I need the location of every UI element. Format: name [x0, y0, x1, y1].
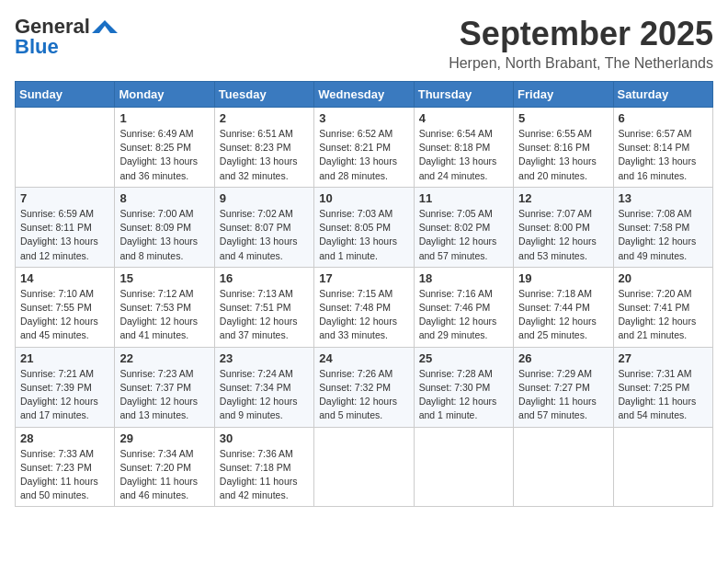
- cell-content: Sunrise: 7:08 AM Sunset: 7:58 PM Dayligh…: [619, 207, 708, 263]
- calendar-cell: 25Sunrise: 7:28 AM Sunset: 7:30 PM Dayli…: [414, 347, 513, 427]
- calendar-table: Sunday Monday Tuesday Wednesday Thursday…: [15, 81, 713, 507]
- svg-marker-0: [92, 20, 118, 33]
- week-row-4: 21Sunrise: 7:21 AM Sunset: 7:39 PM Dayli…: [16, 347, 713, 427]
- calendar-cell: 5Sunrise: 6:55 AM Sunset: 8:16 PM Daylig…: [514, 108, 613, 188]
- cell-content: Sunrise: 7:28 AM Sunset: 7:30 PM Dayligh…: [419, 367, 508, 423]
- day-number: 10: [319, 191, 408, 205]
- week-row-1: 1Sunrise: 6:49 AM Sunset: 8:25 PM Daylig…: [16, 108, 713, 188]
- week-row-2: 7Sunrise: 6:59 AM Sunset: 8:11 PM Daylig…: [16, 187, 713, 267]
- day-number: 15: [119, 271, 209, 285]
- calendar-cell: 14Sunrise: 7:10 AM Sunset: 7:55 PM Dayli…: [16, 267, 115, 347]
- cell-content: Sunrise: 7:31 AM Sunset: 7:25 PM Dayligh…: [619, 367, 708, 423]
- day-number: 27: [619, 351, 708, 365]
- week-row-3: 14Sunrise: 7:10 AM Sunset: 7:55 PM Dayli…: [16, 267, 713, 347]
- cell-content: Sunrise: 6:57 AM Sunset: 8:14 PM Dayligh…: [619, 127, 708, 183]
- cell-content: Sunrise: 7:05 AM Sunset: 8:02 PM Dayligh…: [419, 207, 508, 263]
- day-number: 14: [20, 271, 109, 285]
- cell-content: Sunrise: 7:29 AM Sunset: 7:27 PM Dayligh…: [518, 367, 608, 423]
- calendar-cell: 24Sunrise: 7:26 AM Sunset: 7:32 PM Dayli…: [314, 347, 414, 427]
- cell-content: Sunrise: 7:13 AM Sunset: 7:51 PM Dayligh…: [220, 287, 309, 343]
- calendar-cell: 30Sunrise: 7:36 AM Sunset: 7:18 PM Dayli…: [214, 427, 313, 507]
- cell-content: Sunrise: 7:20 AM Sunset: 7:41 PM Dayligh…: [619, 287, 708, 343]
- calendar-cell: 15Sunrise: 7:12 AM Sunset: 7:53 PM Dayli…: [115, 267, 214, 347]
- cell-content: Sunrise: 7:21 AM Sunset: 7:39 PM Dayligh…: [20, 367, 109, 423]
- day-number: 12: [518, 191, 608, 205]
- cell-content: Sunrise: 7:34 AM Sunset: 7:20 PM Dayligh…: [119, 447, 209, 503]
- calendar-cell: 23Sunrise: 7:24 AM Sunset: 7:34 PM Dayli…: [214, 347, 313, 427]
- calendar-cell: 6Sunrise: 6:57 AM Sunset: 8:14 PM Daylig…: [613, 108, 712, 188]
- logo-icon: [92, 20, 118, 35]
- calendar-cell: 19Sunrise: 7:18 AM Sunset: 7:44 PM Dayli…: [514, 267, 613, 347]
- cell-content: Sunrise: 7:16 AM Sunset: 7:46 PM Dayligh…: [419, 287, 508, 343]
- logo: General Blue: [15, 15, 118, 59]
- calendar-cell: 29Sunrise: 7:34 AM Sunset: 7:20 PM Dayli…: [115, 427, 214, 507]
- calendar-cell: 13Sunrise: 7:08 AM Sunset: 7:58 PM Dayli…: [613, 187, 712, 267]
- calendar-cell: 27Sunrise: 7:31 AM Sunset: 7:25 PM Dayli…: [613, 347, 712, 427]
- day-number: 25: [419, 351, 508, 365]
- calendar-cell: 9Sunrise: 7:02 AM Sunset: 8:07 PM Daylig…: [214, 187, 313, 267]
- day-number: 18: [419, 271, 508, 285]
- cell-content: Sunrise: 6:59 AM Sunset: 8:11 PM Dayligh…: [20, 207, 109, 263]
- cell-content: Sunrise: 7:33 AM Sunset: 7:23 PM Dayligh…: [20, 447, 109, 503]
- calendar-cell: 11Sunrise: 7:05 AM Sunset: 8:02 PM Dayli…: [414, 187, 513, 267]
- col-thursday: Thursday: [414, 82, 513, 108]
- calendar-cell: 26Sunrise: 7:29 AM Sunset: 7:27 PM Dayli…: [514, 347, 613, 427]
- calendar-cell: 3Sunrise: 6:52 AM Sunset: 8:21 PM Daylig…: [314, 108, 414, 188]
- day-number: 19: [518, 271, 608, 285]
- calendar-cell: 1Sunrise: 6:49 AM Sunset: 8:25 PM Daylig…: [115, 108, 214, 188]
- cell-content: Sunrise: 6:54 AM Sunset: 8:18 PM Dayligh…: [419, 127, 508, 183]
- cell-content: Sunrise: 6:52 AM Sunset: 8:21 PM Dayligh…: [319, 127, 408, 183]
- week-row-5: 28Sunrise: 7:33 AM Sunset: 7:23 PM Dayli…: [16, 427, 713, 507]
- calendar-cell: 20Sunrise: 7:20 AM Sunset: 7:41 PM Dayli…: [613, 267, 712, 347]
- day-number: 7: [20, 191, 109, 205]
- cell-content: Sunrise: 7:23 AM Sunset: 7:37 PM Dayligh…: [119, 367, 209, 423]
- day-number: 24: [319, 351, 408, 365]
- page-header: General Blue September 2025 Herpen, Nort…: [15, 15, 713, 72]
- calendar-cell: 17Sunrise: 7:15 AM Sunset: 7:48 PM Dayli…: [314, 267, 414, 347]
- calendar-cell: 2Sunrise: 6:51 AM Sunset: 8:23 PM Daylig…: [214, 108, 313, 188]
- calendar-cell: [514, 427, 613, 507]
- col-monday: Monday: [115, 82, 214, 108]
- day-number: 17: [319, 271, 408, 285]
- calendar-cell: 4Sunrise: 6:54 AM Sunset: 8:18 PM Daylig…: [414, 108, 513, 188]
- cell-content: Sunrise: 7:18 AM Sunset: 7:44 PM Dayligh…: [518, 287, 608, 343]
- cell-content: Sunrise: 6:51 AM Sunset: 8:23 PM Dayligh…: [220, 127, 309, 183]
- location: Herpen, North Brabant, The Netherlands: [449, 55, 713, 72]
- cell-content: Sunrise: 7:00 AM Sunset: 8:09 PM Dayligh…: [119, 207, 209, 263]
- col-sunday: Sunday: [16, 82, 115, 108]
- day-number: 28: [20, 431, 109, 445]
- day-number: 3: [319, 111, 408, 125]
- day-number: 23: [220, 351, 309, 365]
- cell-content: Sunrise: 7:12 AM Sunset: 7:53 PM Dayligh…: [119, 287, 209, 343]
- cell-content: Sunrise: 7:02 AM Sunset: 8:07 PM Dayligh…: [220, 207, 309, 263]
- month-year: September 2025: [449, 15, 713, 53]
- title-section: September 2025 Herpen, North Brabant, Th…: [449, 15, 713, 72]
- cell-content: Sunrise: 7:03 AM Sunset: 8:05 PM Dayligh…: [319, 207, 408, 263]
- calendar-cell: 10Sunrise: 7:03 AM Sunset: 8:05 PM Dayli…: [314, 187, 414, 267]
- calendar-cell: 18Sunrise: 7:16 AM Sunset: 7:46 PM Dayli…: [414, 267, 513, 347]
- cell-content: Sunrise: 6:49 AM Sunset: 8:25 PM Dayligh…: [119, 127, 209, 183]
- day-number: 5: [518, 111, 608, 125]
- day-number: 30: [220, 431, 309, 445]
- col-saturday: Saturday: [613, 82, 712, 108]
- day-number: 2: [220, 111, 309, 125]
- calendar-cell: [314, 427, 414, 507]
- cell-content: Sunrise: 7:24 AM Sunset: 7:34 PM Dayligh…: [220, 367, 309, 423]
- day-number: 21: [20, 351, 109, 365]
- calendar-header-row: Sunday Monday Tuesday Wednesday Thursday…: [16, 82, 713, 108]
- col-tuesday: Tuesday: [214, 82, 313, 108]
- calendar-cell: 22Sunrise: 7:23 AM Sunset: 7:37 PM Dayli…: [115, 347, 214, 427]
- calendar-cell: 21Sunrise: 7:21 AM Sunset: 7:39 PM Dayli…: [16, 347, 115, 427]
- day-number: 11: [419, 191, 508, 205]
- day-number: 6: [619, 111, 708, 125]
- calendar-cell: [613, 427, 712, 507]
- day-number: 26: [518, 351, 608, 365]
- day-number: 4: [419, 111, 508, 125]
- day-number: 8: [119, 191, 209, 205]
- cell-content: Sunrise: 7:36 AM Sunset: 7:18 PM Dayligh…: [220, 447, 309, 503]
- col-wednesday: Wednesday: [314, 82, 414, 108]
- calendar-cell: 16Sunrise: 7:13 AM Sunset: 7:51 PM Dayli…: [214, 267, 313, 347]
- cell-content: Sunrise: 6:55 AM Sunset: 8:16 PM Dayligh…: [518, 127, 608, 183]
- cell-content: Sunrise: 7:10 AM Sunset: 7:55 PM Dayligh…: [20, 287, 109, 343]
- calendar-cell: [16, 108, 115, 188]
